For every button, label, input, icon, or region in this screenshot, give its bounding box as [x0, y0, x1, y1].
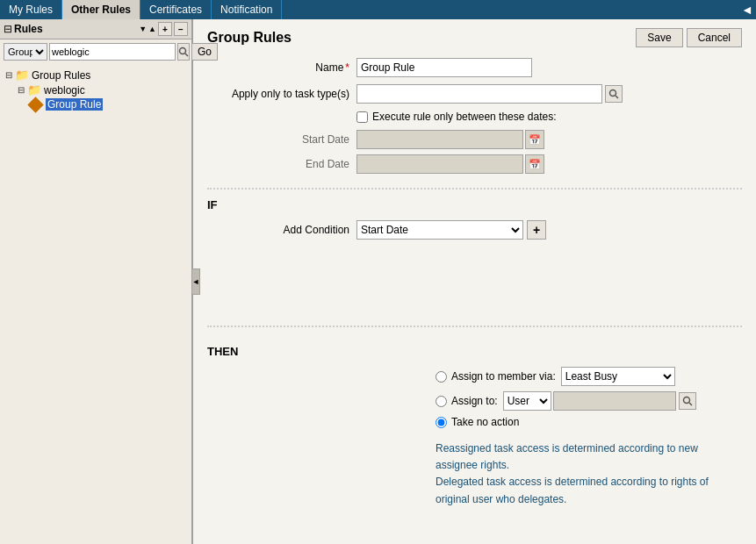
- save-button[interactable]: Save: [636, 28, 682, 47]
- svg-point-0: [180, 48, 186, 54]
- end-date-label: End Date: [207, 158, 356, 170]
- task-type-input[interactable]: [356, 84, 602, 104]
- task-type-search-button[interactable]: [605, 85, 623, 103]
- tree-node-group-rule[interactable]: Group Rule: [5, 97, 186, 111]
- assign-to-label: Assign to:: [451, 395, 498, 407]
- main-layout: ⊟ Rules ▼ ▲ + − Group Go ⊟: [0, 19, 756, 544]
- name-required: *: [345, 61, 349, 74]
- search-type-select[interactable]: Group: [4, 43, 47, 61]
- name-row: Name*: [207, 58, 742, 77]
- end-date-row: End Date 📅: [207, 154, 742, 174]
- panel-remove-button[interactable]: −: [174, 22, 188, 36]
- cancel-button[interactable]: Cancel: [687, 28, 742, 47]
- svg-point-2: [610, 90, 616, 97]
- task-type-search-icon: [608, 89, 619, 99]
- take-no-action-row: Take no action: [436, 416, 742, 428]
- right-header: Group Rules Save Cancel: [207, 28, 742, 47]
- assign-method-select[interactable]: Least Busy Round Robin Most Experienced: [561, 367, 675, 386]
- start-date-input[interactable]: [356, 130, 523, 149]
- tab-notification[interactable]: Notification: [212, 0, 282, 19]
- group-rules-folder-icon: 📁: [15, 68, 29, 82]
- group-rules-label: Group Rules: [32, 69, 90, 82]
- weblogic-label: weblogic: [44, 84, 85, 97]
- task-type-label: Apply only to task type(s): [207, 88, 356, 100]
- take-no-action-radio[interactable]: [436, 417, 447, 428]
- panel-header: ⊟ Rules ▼ ▲ + −: [0, 19, 191, 39]
- info-text: Reassigned task access is determined acc…: [436, 440, 742, 508]
- go-button[interactable]: Go: [191, 43, 218, 61]
- left-panel: ⊟ Rules ▼ ▲ + − Group Go ⊟: [0, 19, 193, 544]
- svg-line-5: [689, 403, 692, 405]
- assign-member-radio[interactable]: [436, 371, 447, 383]
- add-condition-row: Add Condition Start Date End Date Priori…: [234, 220, 742, 240]
- weblogic-folder-icon: 📁: [27, 83, 41, 97]
- execute-rule-label: Execute rule only between these dates:: [372, 111, 556, 123]
- search-icon-button[interactable]: [177, 43, 190, 61]
- svg-point-4: [683, 397, 689, 404]
- if-content-area: [207, 247, 742, 317]
- weblogic-expand-icon: ⊟: [18, 85, 25, 95]
- add-condition-label: Add Condition: [234, 224, 356, 236]
- execute-rule-row: Execute rule only between these dates:: [356, 111, 742, 123]
- execute-rule-checkbox[interactable]: [356, 111, 368, 123]
- panel-title: Rules: [14, 23, 137, 35]
- tree-node-weblogic[interactable]: ⊟ 📁 weblogic: [5, 82, 186, 97]
- name-input[interactable]: [356, 58, 532, 77]
- assign-to-radio[interactable]: [436, 396, 447, 407]
- group-rules-expand-icon: ⊟: [5, 70, 12, 80]
- assign-member-label: Assign to member via:: [451, 370, 556, 383]
- assign-to-row: Assign to: User Group Role: [436, 391, 742, 411]
- start-date-label: Start Date: [207, 133, 356, 146]
- search-icon: [178, 47, 189, 57]
- assign-member-row: Assign to member via: Least Busy Round R…: [436, 367, 742, 386]
- group-rule-label: Group Rule: [46, 98, 103, 111]
- name-label: Name*: [207, 61, 356, 74]
- tab-other-rules[interactable]: Other Rules: [62, 0, 140, 19]
- start-date-calendar-button[interactable]: 📅: [525, 130, 544, 149]
- panel-collapse-icon[interactable]: ▲: [148, 25, 156, 33]
- end-date-input[interactable]: [356, 154, 523, 174]
- tree-area: ⊟ 📁 Group Rules ⊟ 📁 weblogic Group Rule: [0, 64, 191, 544]
- panel-collapse-arrow[interactable]: ◄: [191, 268, 200, 295]
- assign-to-type-select[interactable]: User Group Role: [503, 391, 551, 411]
- svg-line-1: [185, 54, 188, 56]
- search-input[interactable]: [49, 43, 176, 61]
- tab-my-rules[interactable]: My Rules: [0, 0, 62, 19]
- group-rule-diamond-icon: [27, 97, 43, 112]
- end-date-calendar-button[interactable]: 📅: [525, 154, 544, 174]
- condition-select[interactable]: Start Date End Date Priority Task Type: [356, 220, 523, 240]
- panel-dropdown-icon[interactable]: ▼: [139, 25, 147, 33]
- info-line2: Delegated task access is determined acco…: [436, 474, 742, 507]
- separator-then: [207, 326, 742, 327]
- assign-to-search-button[interactable]: [679, 392, 696, 410]
- assign-to-input[interactable]: [553, 391, 676, 411]
- add-condition-button[interactable]: +: [527, 220, 546, 240]
- tab-certificates[interactable]: Certificates: [140, 0, 212, 19]
- task-type-row: Apply only to task type(s): [207, 84, 742, 104]
- panel-add-button[interactable]: +: [158, 22, 172, 36]
- assign-to-search-icon: [682, 396, 693, 406]
- if-label: IF: [207, 198, 742, 211]
- window-close-button[interactable]: ◄: [738, 0, 756, 19]
- info-line1: Reassigned task access is determined acc…: [436, 440, 742, 474]
- page-title: Group Rules: [207, 30, 292, 46]
- then-label: THEN: [207, 345, 742, 358]
- separator-if: [207, 188, 742, 190]
- tree-node-group-rules[interactable]: ⊟ 📁 Group Rules: [5, 68, 186, 82]
- tree-expand-icon: ⊟: [4, 23, 12, 35]
- action-buttons: Save Cancel: [636, 28, 742, 47]
- right-panel: Group Rules Save Cancel Name* Apply only…: [193, 19, 756, 544]
- take-no-action-label: Take no action: [451, 416, 519, 428]
- search-row: Group Go: [0, 39, 191, 64]
- tab-bar: My Rules Other Rules Certificates Notifi…: [0, 0, 756, 19]
- start-date-row: Start Date 📅: [207, 130, 742, 149]
- svg-line-3: [616, 96, 618, 98]
